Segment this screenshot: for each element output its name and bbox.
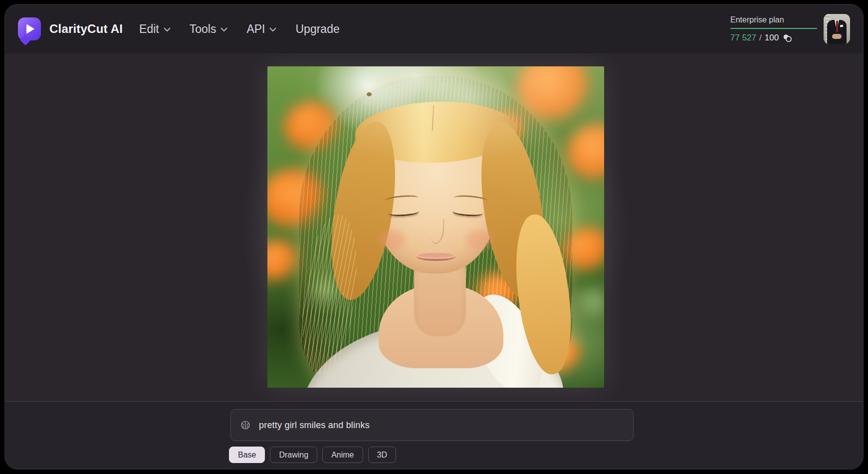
credits-separator: /	[759, 33, 762, 43]
brand-title: ClarityCut AI	[49, 22, 123, 36]
chevron-down-icon	[269, 27, 276, 32]
chevron-down-icon	[164, 27, 171, 32]
credits-total: 100	[765, 33, 779, 43]
brain-icon	[240, 420, 251, 431]
user-avatar[interactable]	[824, 14, 850, 44]
app-window: ClarityCut AI Edit Tools API Upgrade Ent…	[4, 4, 864, 470]
style-selector: Base Drawing Anime 3D	[229, 447, 396, 463]
menu-edit[interactable]: Edit	[139, 22, 171, 36]
credits-counter: 77 527 / 100	[730, 33, 817, 43]
plan-name: Enterprise plan	[730, 15, 817, 24]
menu-api[interactable]: API	[246, 22, 276, 36]
credits-used: 77 527	[730, 33, 756, 43]
navbar: ClarityCut AI Edit Tools API Upgrade Ent…	[5, 4, 863, 53]
main-menu: Edit Tools API Upgrade	[139, 22, 340, 36]
chevron-down-icon	[220, 27, 227, 32]
plan-widget[interactable]: Enterprise plan 77 527 / 100	[730, 15, 817, 43]
menu-tools[interactable]: Tools	[190, 22, 228, 36]
prompt-field-container	[230, 409, 634, 441]
style-chip-anime[interactable]: Anime	[322, 447, 363, 463]
coins-icon	[783, 34, 792, 42]
prompt-input[interactable]	[258, 420, 633, 431]
play-icon	[26, 24, 34, 34]
bottom-bar: Base Drawing Anime 3D	[5, 402, 863, 469]
app-logo-icon[interactable]	[18, 17, 41, 40]
generated-image[interactable]	[267, 66, 604, 388]
style-chip-3d[interactable]: 3D	[368, 447, 396, 463]
menu-upgrade[interactable]: Upgrade	[295, 22, 339, 36]
style-chip-drawing[interactable]: Drawing	[270, 447, 317, 463]
plan-progress-bar	[730, 28, 817, 29]
style-chip-base[interactable]: Base	[229, 447, 265, 463]
sunlight-overlay	[267, 66, 604, 388]
